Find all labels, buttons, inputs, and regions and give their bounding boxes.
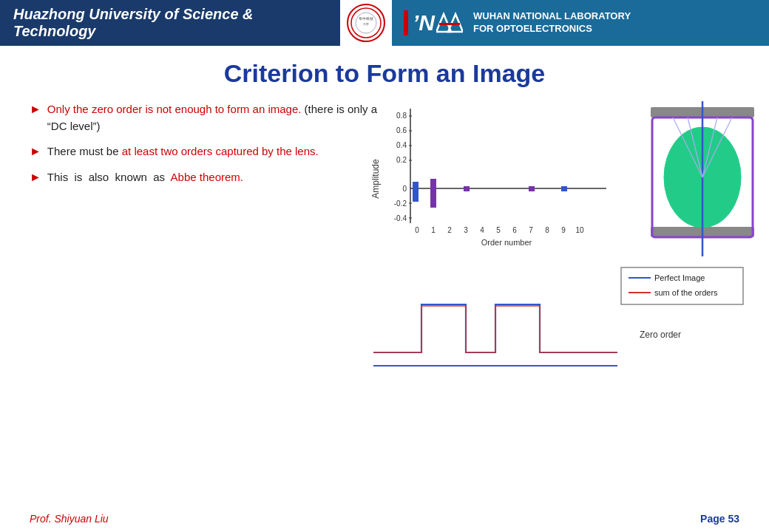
svg-rect-36 — [430, 179, 436, 208]
svg-text:9: 9 — [561, 226, 566, 234]
optical-svg — [629, 101, 769, 256]
page-title: Criterion to Form an Image — [30, 59, 739, 88]
bottom-waveform: Perfect Image sum of the orders Zero ord… — [366, 256, 751, 393]
optical-diagram — [629, 101, 769, 249]
svg-text:华中科技: 华中科技 — [359, 16, 373, 21]
university-banner: Huazhong University of Science & Technol… — [0, 0, 340, 46]
logo-circle: 华中科技 大学 — [347, 4, 385, 42]
left-panel: ► Only the zero order is not enough to f… — [30, 101, 384, 393]
right-panel: Amplitude 0.8 0.6 0.4 — [384, 101, 769, 393]
svg-text:0.6: 0.6 — [396, 126, 407, 134]
svg-rect-6 — [439, 23, 460, 25]
svg-text:-0.4: -0.4 — [394, 214, 407, 222]
university-logo: 华中科技 大学 — [340, 0, 392, 46]
footer: Prof. Shiyuan Liu Page 53 — [30, 513, 739, 525]
bullet-text-3: This is also known as Abbe theorem. — [47, 169, 243, 186]
svg-text:2: 2 — [447, 226, 452, 234]
bullet-2-red: at least two orders captured by the lens… — [122, 145, 319, 157]
bullet-text-2: There must be at least two orders captur… — [47, 143, 319, 160]
footer-author: Prof. Shiyuan Liu — [30, 513, 109, 525]
waveform-svg: Perfect Image sum of the orders Zero ord… — [366, 256, 751, 393]
bullet-arrow-2: ► — [30, 145, 41, 158]
svg-text:4: 4 — [480, 226, 484, 234]
footer-page: Page 53 — [700, 513, 739, 525]
bullet-1: ► Only the zero order is not enough to f… — [30, 101, 377, 134]
bullet-arrow-1: ► — [30, 103, 41, 116]
main-content: Criterion to Form an Image ► Only the ze… — [0, 46, 769, 400]
bullet-text-1: Only the zero order is not enough to for… — [47, 101, 377, 134]
svg-text:Zero order: Zero order — [640, 330, 681, 340]
svg-text:Amplitude: Amplitude — [370, 159, 381, 199]
svg-text:5: 5 — [496, 226, 501, 234]
svg-rect-39 — [561, 186, 567, 191]
svg-text:0: 0 — [415, 226, 419, 234]
lab-banner: ’ N WUHAN NATIONAL LABORATORY FOR OPTOEL… — [392, 0, 769, 46]
svg-text:7: 7 — [529, 226, 533, 234]
svg-text:-0.2: -0.2 — [394, 200, 407, 208]
svg-text:0: 0 — [402, 185, 407, 193]
svg-text:Order number: Order number — [481, 238, 532, 247]
bar-chart-svg: Amplitude 0.8 0.6 0.4 — [370, 101, 621, 256]
svg-text:1: 1 — [431, 226, 436, 234]
header: Huazhong University of Science & Technol… — [0, 0, 769, 46]
svg-rect-37 — [464, 186, 470, 191]
bullet-arrow-3: ► — [30, 171, 41, 184]
bar-chart: Amplitude 0.8 0.6 0.4 — [370, 101, 621, 249]
content-row: ► Only the zero order is not enough to f… — [30, 101, 739, 393]
nl-logo: ’ N — [404, 10, 464, 35]
svg-text:10: 10 — [575, 226, 584, 234]
svg-text:0.2: 0.2 — [396, 156, 407, 164]
svg-text:0.8: 0.8 — [396, 112, 407, 120]
svg-text:3: 3 — [464, 226, 468, 234]
svg-rect-35 — [413, 182, 419, 202]
lab-name: WUHAN NATIONAL LABORATORY FOR OPTOELECTR… — [473, 10, 631, 35]
svg-text:Perfect Image: Perfect Image — [654, 273, 705, 282]
bullet-3-red: Abbe theorem. — [171, 171, 243, 183]
svg-text:6: 6 — [512, 226, 517, 234]
university-name: Huazhong University of Science & Technol… — [13, 6, 327, 40]
svg-text:8: 8 — [545, 226, 549, 234]
svg-text:大学: 大学 — [363, 22, 369, 26]
bullet-1-red: Only the zero order is not enough to for… — [47, 103, 302, 115]
svg-text:sum of the orders: sum of the orders — [654, 288, 718, 297]
bullet-2: ► There must be at least two orders capt… — [30, 143, 377, 160]
bullet-3: ► This is also known as Abbe theorem. — [30, 169, 377, 186]
svg-text:0.4: 0.4 — [396, 141, 407, 149]
svg-rect-38 — [529, 186, 535, 191]
